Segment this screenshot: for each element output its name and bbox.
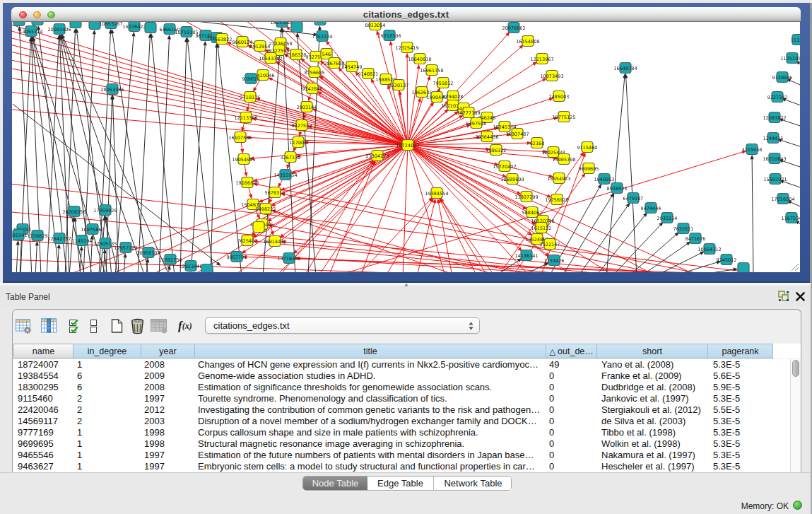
graph-node[interactable] (291, 22, 302, 33)
cell-year[interactable]: 2008 (144, 382, 194, 393)
column-header-out_de[interactable]: △out_de… (546, 344, 596, 358)
cell-title[interactable]: Embryonic stem cells: a model to study s… (198, 461, 546, 472)
cell-name[interactable]: 9463627 (18, 461, 73, 472)
scrollbar-thumb[interactable] (792, 360, 799, 377)
cell-year[interactable]: 2009 (144, 370, 194, 382)
cell-pagerank[interactable]: 5.9E-5 (713, 382, 773, 393)
cell-out_de[interactable]: 0 (549, 427, 596, 438)
graph-node[interactable] (70, 22, 81, 28)
cell-pagerank[interactable]: 5.5E-5 (713, 404, 773, 416)
cell-short[interactable]: Hescheler et al. (1997) (601, 461, 707, 472)
cell-in_degree[interactable]: 2 (77, 404, 141, 416)
cell-out_de[interactable]: 0 (549, 461, 596, 472)
vertical-scrollbar[interactable] (790, 359, 801, 473)
cell-out_de[interactable]: 0 (549, 438, 596, 450)
cell-pagerank[interactable]: 5.3E-5 (713, 393, 773, 404)
import-table-icon[interactable] (150, 318, 167, 334)
cell-year[interactable]: 2012 (144, 404, 194, 416)
cell-pagerank[interactable]: 5.3E-5 (713, 427, 773, 438)
tab-network-table[interactable]: Network Table (433, 477, 512, 490)
cell-out_de[interactable]: 0 (549, 404, 596, 416)
cell-in_degree[interactable]: 6 (77, 382, 141, 393)
table-row[interactable]: 977716911998Corpus callosum shape and si… (13, 427, 801, 438)
delete-column-icon[interactable] (129, 318, 146, 334)
graph-node[interactable] (253, 222, 264, 233)
cell-name[interactable]: 9777169 (18, 427, 73, 438)
cell-in_degree[interactable]: 1 (77, 438, 141, 450)
column-header-short[interactable]: short (596, 344, 707, 358)
cell-name[interactable]: 9465546 (18, 450, 73, 461)
graph-node[interactable] (738, 263, 749, 273)
cell-title[interactable]: Structural magnetic resonance image aver… (198, 438, 546, 450)
cell-name[interactable]: 14569117 (18, 416, 73, 427)
cell-pagerank[interactable]: 5.3E-5 (713, 461, 773, 472)
cell-out_de[interactable]: 0 (549, 450, 596, 461)
cell-short[interactable]: Wolkin et al. (1998) (601, 438, 707, 450)
cell-short[interactable]: Tibbo et al. (1998) (601, 427, 707, 438)
graph-node[interactable] (145, 23, 156, 33)
cell-out_de[interactable]: 0 (549, 393, 596, 404)
cell-name[interactable]: 18724007 (18, 359, 73, 370)
cell-name[interactable]: 19384554 (18, 370, 73, 382)
cell-title[interactable]: Genome-wide association studies in ADHD. (198, 370, 546, 382)
cell-short[interactable]: Nakamura et al. (1997) (601, 450, 707, 461)
resize-grip-icon[interactable] (789, 262, 799, 271)
cell-year[interactable]: 1997 (144, 461, 194, 472)
graph-node[interactable] (32, 22, 43, 25)
cell-title[interactable]: Disruption of a novel member of a sodium… (198, 416, 546, 427)
table-row[interactable]: 1456911722003Disruption of a novel membe… (13, 416, 801, 427)
network-graph-canvas[interactable]: 1405571420091406106532871527602264661601… (12, 22, 800, 272)
cell-title[interactable]: Estimation of significance thresholds fo… (198, 382, 546, 393)
column-header-name[interactable]: name (13, 344, 73, 358)
tab-edge-table[interactable]: Edge Table (367, 477, 433, 490)
close-panel-icon[interactable] (796, 292, 805, 301)
cell-pagerank[interactable]: 5.3E-5 (713, 359, 773, 370)
cell-in_degree[interactable]: 1 (77, 427, 141, 438)
cell-year[interactable]: 1998 (144, 427, 194, 438)
table-row[interactable]: 946362711997Embryonic stem cells: a mode… (13, 461, 801, 472)
cell-out_de[interactable]: 0 (549, 382, 596, 393)
table-row[interactable]: 1938455462009Genome-wide association stu… (13, 370, 801, 382)
cell-out_de[interactable]: 0 (549, 416, 596, 427)
memory-status-icon[interactable] (793, 501, 802, 510)
select-column-icon[interactable] (40, 318, 57, 334)
cell-name[interactable]: 18300295 (18, 382, 73, 393)
column-header-pagerank[interactable]: pagerank (707, 344, 773, 358)
split-divider[interactable]: ▲ (0, 283, 812, 286)
cell-year[interactable]: 2003 (144, 416, 194, 427)
cell-in_degree[interactable]: 2 (77, 416, 141, 427)
tab-node-table[interactable]: Node Table (303, 477, 367, 490)
cell-short[interactable]: Yano et al. (2008) (601, 359, 707, 370)
table-row[interactable]: 969969511998Structural magnetic resonanc… (13, 438, 801, 450)
cell-title[interactable]: Tourette syndrome. Phenomenology and cla… (198, 393, 546, 404)
cell-name[interactable]: 9699695 (18, 438, 73, 450)
cell-in_degree[interactable]: 1 (77, 461, 141, 472)
cell-year[interactable]: 2008 (144, 359, 194, 370)
cell-out_de[interactable]: 0 (549, 370, 596, 382)
column-header-year[interactable]: year (141, 344, 194, 358)
table-row[interactable]: 911546021997Tourette syndrome. Phenomeno… (13, 393, 801, 404)
cell-title[interactable]: Corpus callosum shape and size in male p… (198, 427, 546, 438)
graph-node[interactable] (314, 22, 326, 25)
cell-title[interactable]: Changes of HCN gene expression and I(f) … (198, 359, 546, 370)
cell-year[interactable]: 1997 (144, 450, 194, 461)
cell-short[interactable]: Jankovic et al. (1997) (601, 393, 707, 404)
row-height-icon[interactable] (90, 318, 98, 334)
table-settings-icon[interactable] (15, 318, 32, 334)
graph-node[interactable] (201, 264, 213, 273)
network-window-titlebar[interactable]: citations_edges.txt (11, 7, 801, 22)
table-select-combobox[interactable]: citations_edges.txt (205, 317, 480, 334)
cell-out_de[interactable]: 49 (549, 359, 596, 370)
graph-node[interactable] (13, 22, 25, 26)
select-rows-icon[interactable] (69, 318, 83, 334)
cell-name[interactable]: 9115460 (18, 393, 73, 404)
cell-title[interactable]: Estimation of the future numbers of pati… (198, 450, 546, 461)
table-row[interactable]: 2242004622012Investigating the contribut… (13, 404, 801, 416)
cell-in_degree[interactable]: 6 (77, 370, 141, 382)
table-row[interactable]: 1872400712008Changes of HCN gene express… (13, 359, 801, 370)
table-row[interactable]: 1830029562008Estimation of significance … (13, 382, 801, 393)
cell-year[interactable]: 1997 (144, 393, 194, 404)
cell-pagerank[interactable]: 5.6E-5 (713, 370, 773, 382)
cell-pagerank[interactable]: 5.3E-5 (713, 438, 773, 450)
cell-short[interactable]: Dudbridge et al. (2008) (601, 382, 707, 393)
